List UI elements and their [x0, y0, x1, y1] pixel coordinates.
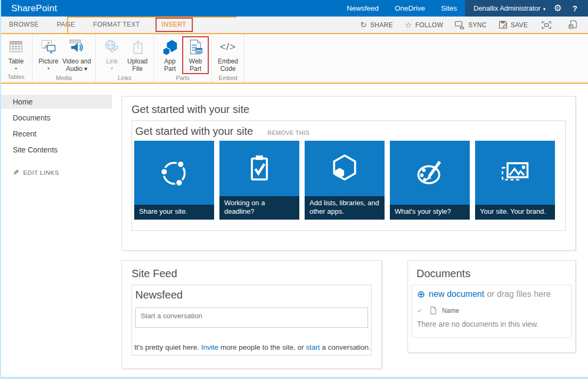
conversation-input[interactable] — [135, 308, 368, 328]
tile-your-site-your-brand[interactable]: Your site. Your brand. — [475, 141, 555, 220]
suite-bar-right: Denallix Administrator▾ ⚙ ? — [465, 0, 588, 17]
chevron-down-icon: ▾ — [111, 66, 113, 71]
suite-bar: SharePoint Newsfeed OneDrive Sites Denal… — [0, 0, 588, 17]
link-button: Link ▾ — [100, 37, 124, 71]
ribbon-group-parts: App Part Web Part Parts — [154, 34, 212, 83]
sync-button[interactable]: SYNC — [455, 21, 487, 29]
quick-launch-sidebar: Home Documents Recent Site Contents ✎ ED… — [0, 84, 112, 379]
newsfeed-webpart: Newsfeed It's pretty quiet here. Invite … — [132, 285, 372, 356]
page-image-icon — [568, 20, 577, 29]
upload-file-button: Upload File — [125, 37, 150, 73]
app-part-button[interactable]: App Part — [158, 37, 182, 73]
sidebar-item-documents[interactable]: Documents — [0, 111, 112, 125]
web-part-icon — [187, 38, 203, 56]
tab-insert[interactable]: INSERT — [156, 18, 193, 32]
app-logo: SharePoint — [0, 0, 57, 17]
chevron-down-icon: ▾ — [15, 66, 17, 71]
documents-webpart-zone: Documents ⊕ new document or drag files h… — [407, 260, 576, 353]
share-button[interactable]: ↻ SHARE — [360, 21, 393, 29]
embed-code-icon: </> — [220, 41, 236, 53]
user-menu[interactable]: Denallix Administrator▾ — [473, 4, 545, 12]
edit-links-button[interactable]: ✎ EDIT LINKS — [0, 168, 112, 176]
ribbon-toolbar: Table ▾ Tables Picture ▾ Video and Audio… — [0, 34, 588, 84]
site-feed-zone-title: Site Feed — [132, 268, 372, 280]
tile-share-your-site[interactable]: Share your site. — [134, 141, 214, 220]
video-audio-icon — [69, 38, 85, 56]
sync-icon — [455, 21, 465, 29]
embed-code-button[interactable]: </> Embed Code — [216, 37, 240, 73]
save-button[interactable]: SAVE — [499, 20, 528, 29]
document-type-icon — [430, 307, 437, 315]
picture-button[interactable]: Picture ▾ — [36, 37, 61, 71]
plus-circle-icon: ⊕ — [417, 289, 425, 299]
get-started-webpart-zone: Get started with your site Get started w… — [121, 96, 576, 251]
save-icon — [499, 20, 508, 29]
remove-this-link[interactable]: REMOVE THIS — [267, 130, 309, 136]
follow-button[interactable]: ☆ FOLLOW — [405, 21, 443, 29]
nav-newsfeed[interactable]: Newsfeed — [339, 0, 387, 17]
ribbon-group-links: Link ▾ Upload File Links — [96, 34, 154, 83]
select-all-check-icon[interactable]: ✓ — [417, 307, 422, 315]
link-icon — [104, 38, 120, 56]
page-edge-bottom — [0, 377, 588, 379]
chevron-down-icon: ▾ — [543, 6, 546, 12]
tile-add-lists-libraries[interactable]: Add lists, libraries, and other apps. — [305, 141, 385, 220]
documents-list-header: ✓ Name — [417, 307, 571, 315]
ribbon-actions: ↻ SHARE ☆ FOLLOW SYNC SAVE — [348, 20, 588, 29]
site-feed-webpart-zone: Site Feed Newsfeed It's pretty quiet her… — [121, 260, 382, 369]
sidebar-item-recent[interactable]: Recent — [0, 127, 112, 141]
clipboard-check-icon — [219, 141, 299, 196]
nav-onedrive[interactable]: OneDrive — [387, 0, 433, 17]
promoted-tiles: Share your site. Working on a deadline? … — [134, 141, 562, 220]
ribbon-group-tables: Table ▾ Tables — [0, 34, 32, 83]
name-column-header[interactable]: Name — [442, 307, 459, 315]
newsfeed-empty-message: It's pretty quiet here. Invite more peop… — [134, 343, 371, 351]
sidebar-item-site-contents[interactable]: Site Contents — [0, 143, 112, 157]
picture-icon — [40, 38, 56, 56]
documents-title: Documents — [416, 268, 567, 280]
webpart-zone-title: Get started with your site — [132, 103, 566, 116]
ribbon-tab-row: BROWSE PAGE FORMAT TEXT INSERT ↻ SHARE ☆… — [0, 17, 588, 34]
ribbon-group-media: Picture ▾ Video and Audio ▾ Media — [32, 34, 96, 83]
ribbon-group-embed: </> Embed Code Embed — [212, 34, 244, 83]
page-edge-left — [0, 0, 1, 379]
upload-file-icon — [129, 38, 145, 56]
suite-nav: Newsfeed OneDrive Sites — [339, 0, 465, 17]
web-part-button[interactable]: Web Part — [183, 37, 208, 73]
star-icon: ☆ — [405, 21, 412, 29]
picture-frame-icon — [475, 141, 555, 205]
newsfeed-title: Newsfeed — [135, 288, 368, 301]
table-icon — [8, 38, 24, 56]
palette-brush-icon — [390, 141, 470, 205]
help-icon[interactable]: ? — [573, 4, 579, 13]
documents-empty-message: There are no documents in this view. — [417, 320, 571, 328]
hexagon-apps-icon — [305, 141, 385, 196]
video-audio-button[interactable]: Video and Audio ▾ — [62, 37, 92, 73]
page-state-button[interactable] — [568, 20, 581, 29]
nav-sites[interactable]: Sites — [433, 0, 465, 17]
focus-on-content-button[interactable] — [542, 21, 554, 29]
share-circle-icon — [134, 141, 214, 205]
new-document-link[interactable]: new document — [429, 289, 484, 299]
invite-link[interactable]: Invite — [201, 343, 218, 351]
app-part-icon — [162, 38, 178, 56]
tab-page[interactable]: PAGE — [48, 17, 84, 33]
get-started-webpart: Get started with your site REMOVE THIS S… — [132, 120, 566, 231]
focus-on-content-icon — [542, 21, 551, 29]
settings-gear-icon[interactable]: ⚙ — [554, 4, 562, 13]
tile-whats-your-style[interactable]: What's your style? — [390, 141, 470, 220]
table-button[interactable]: Table ▾ — [4, 37, 28, 71]
sidebar-item-home[interactable]: Home — [0, 95, 112, 109]
drag-files-hint: or drag files here — [487, 289, 551, 299]
chevron-down-icon: ▾ — [47, 66, 50, 71]
get-started-title: Get started with your site — [135, 125, 253, 138]
tab-format-text[interactable]: FORMAT TEXT — [84, 17, 149, 33]
tab-browse[interactable]: BROWSE — [0, 17, 48, 33]
documents-webpart: ⊕ new document or drag files here ✓ Name… — [412, 285, 571, 338]
start-conversation-link[interactable]: start — [306, 343, 320, 351]
tile-working-on-deadline[interactable]: Working on a deadline? — [219, 141, 299, 220]
pencil-icon: ✎ — [13, 168, 19, 176]
share-icon: ↻ — [360, 21, 367, 29]
